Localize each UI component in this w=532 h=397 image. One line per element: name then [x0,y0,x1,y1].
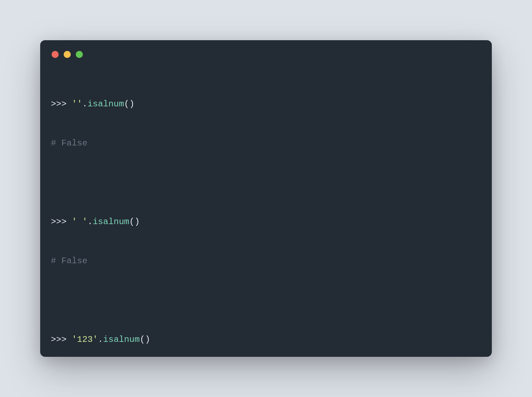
window-controls [52,51,481,58]
string-literal: '' [72,99,82,109]
code-line: >>> ''.isalnum() [51,98,481,111]
code-area: >>> ''.isalnum() # False >>> ' '.isalnum… [51,72,481,357]
method-name: isalnum [87,99,124,109]
code-block: >>> '123'.isalnum() # True [51,307,481,357]
method-name: isalnum [93,217,129,227]
code-line: >>> ' '.isalnum() [51,216,481,229]
terminal-window: >>> ''.isalnum() # False >>> ' '.isalnum… [40,40,492,357]
repl-prompt: >>> [51,335,72,344]
dot-operator: . [98,335,103,344]
string-literal: ' ' [72,217,87,227]
maximize-icon[interactable] [76,51,83,58]
code-line: >>> '123'.isalnum() [51,333,481,346]
dot-operator: . [82,99,87,109]
minimize-icon[interactable] [64,51,71,58]
dot-operator: . [87,217,93,227]
repl-prompt: >>> [51,99,72,109]
method-name: isalnum [103,335,140,344]
parens: () [124,99,134,109]
parens: () [140,335,150,344]
close-icon[interactable] [52,51,59,58]
code-block: >>> ' '.isalnum() # False [51,189,481,294]
code-block: >>> ''.isalnum() # False [51,72,481,176]
comment-line: # False [51,255,481,268]
repl-prompt: >>> [51,217,72,227]
parens: () [129,217,140,227]
comment-line: # False [51,137,481,150]
string-literal: '123' [72,335,98,344]
